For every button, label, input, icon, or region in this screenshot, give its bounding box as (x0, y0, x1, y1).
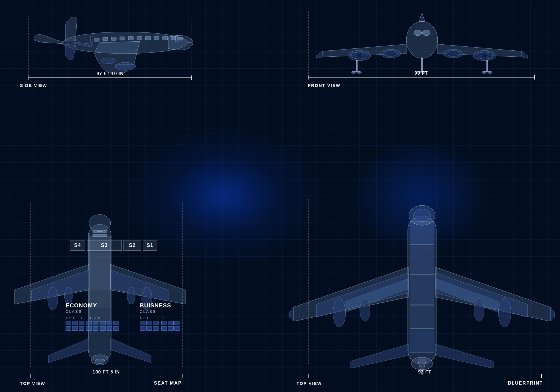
svg-rect-11 (154, 36, 159, 40)
svg-point-66 (360, 299, 370, 321)
svg-point-29 (447, 51, 460, 56)
airplane-front-svg (294, 11, 550, 77)
tag-s4: S4 (70, 240, 85, 251)
svg-point-48 (127, 287, 135, 304)
dash-left-br (308, 199, 309, 364)
side-view-distance: 97 FT 10 IN (96, 71, 123, 76)
svg-rect-59 (410, 276, 434, 304)
top-right-distance: 93 FT (418, 369, 432, 375)
economy-sub: CLASS (66, 309, 119, 314)
svg-rect-7 (120, 37, 125, 40)
top-view-right-label: TOP VIEW (297, 381, 322, 386)
dash-right-front (535, 11, 535, 74)
svg-point-63 (413, 209, 431, 222)
dash-right-top (182, 202, 183, 367)
svg-point-65 (333, 299, 346, 327)
business-seat-grid (140, 321, 180, 331)
tag-s1: S1 (143, 240, 157, 251)
svg-point-3 (101, 58, 115, 64)
svg-rect-53 (89, 253, 110, 290)
svg-rect-6 (111, 37, 116, 40)
svg-point-37 (488, 71, 492, 74)
dash-left-front (308, 11, 309, 74)
svg-point-33 (357, 71, 362, 74)
svg-rect-2 (115, 65, 135, 68)
front-view-distance: 93 FT (415, 71, 428, 76)
economy-title: ECONOMY (66, 302, 97, 309)
dash-left-side (29, 16, 29, 75)
top-view-right-section: 93 FT TOP VIEW BLUERPRINT (279, 196, 560, 392)
business-seat-labels: A B C D E F (140, 317, 180, 320)
svg-rect-5 (103, 37, 108, 41)
svg-rect-50 (93, 230, 107, 232)
eco-col-fgh: F G H (90, 317, 101, 320)
svg-point-49 (95, 359, 105, 364)
biz-col-def: D E F (156, 317, 166, 320)
business-sub: CLASS (140, 309, 180, 314)
svg-point-22 (356, 54, 363, 57)
svg-point-19 (422, 30, 430, 36)
svg-point-36 (482, 71, 486, 74)
svg-rect-58 (410, 246, 434, 274)
side-view-section: 97 FT 10 IN SIDE VIEW (0, 0, 279, 196)
svg-rect-34 (486, 60, 488, 71)
economy-class-section: ECONOMY CLASS A B C D E F G H (66, 302, 119, 331)
business-title: BUISNESS (140, 302, 171, 309)
side-view-measurement: 97 FT 10 IN (29, 77, 192, 78)
svg-point-45 (48, 287, 58, 310)
svg-rect-10 (145, 36, 151, 40)
top-left-distance: 100 FT 5 IN (93, 369, 120, 375)
airplane-top-left-svg (9, 202, 191, 384)
svg-rect-61 (410, 330, 434, 353)
biz-col-abc: A B C (140, 317, 150, 320)
dash-right-side (192, 16, 192, 75)
tag-s3: S3 (87, 240, 122, 251)
svg-rect-12 (163, 36, 168, 40)
eco-col-abc: A B C (66, 317, 76, 320)
blueprint-label: BLUERPRINT (508, 381, 543, 386)
top-view-left-label: TOP VIEW (20, 381, 45, 386)
eco-col-de: D E (80, 317, 86, 320)
svg-rect-4 (94, 38, 99, 41)
dash-left-top (30, 202, 31, 367)
seat-map-label: SEAT MAP (154, 381, 182, 386)
svg-point-17 (406, 21, 438, 58)
side-view-label: SIDE VIEW (20, 83, 47, 88)
dash-right-br (542, 199, 542, 364)
svg-point-32 (351, 71, 356, 74)
svg-rect-38 (421, 58, 423, 72)
top-view-left-section: S4 S3 S2 S1 ECONOMY CLASS A B C D E F G … (0, 196, 279, 392)
svg-rect-30 (356, 60, 358, 71)
economy-seat-labels: A B C D E F G H (66, 317, 119, 320)
front-view-measurement: 93 FT (308, 77, 535, 77)
top-view-left-measurement: 100 FT 5 IN (30, 376, 182, 376)
top-view-right-measurement: 93 FT (308, 376, 542, 376)
economy-seat-grid (66, 321, 119, 331)
svg-rect-8 (128, 36, 133, 40)
svg-point-43 (89, 215, 111, 232)
svg-point-47 (64, 287, 72, 304)
svg-rect-14 (178, 37, 182, 40)
svg-point-27 (481, 54, 488, 57)
svg-rect-60 (410, 306, 434, 328)
airplane-side-svg (20, 16, 194, 75)
svg-rect-9 (137, 36, 142, 40)
airplane-top-right-svg (288, 199, 556, 381)
section-tags: S4 S3 S2 S1 (70, 240, 157, 251)
tag-s2: S2 (123, 240, 141, 251)
front-view-label: FRONT VIEW (308, 83, 340, 88)
svg-point-18 (414, 30, 422, 36)
svg-point-68 (474, 299, 484, 321)
business-class-section: BUISNESS CLASS A B C D E F (140, 302, 180, 331)
front-view-section: 93 FT FRONT VIEW (279, 0, 560, 196)
main-container: 97 FT 10 IN SIDE VIEW (0, 0, 560, 392)
svg-point-24 (384, 51, 397, 56)
svg-point-67 (498, 299, 511, 327)
